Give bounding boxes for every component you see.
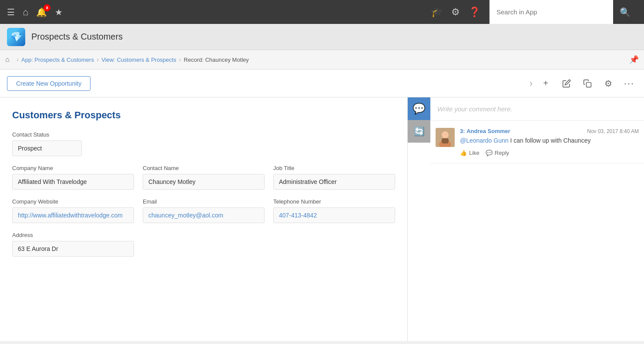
edit-button[interactable]: [559, 76, 574, 91]
company-name-field: Company Name Affiliated With Travelodge: [12, 165, 134, 190]
svg-point-2: [442, 131, 449, 138]
like-button[interactable]: 👍 Like: [460, 150, 480, 156]
company-name-label: Company Name: [12, 165, 134, 171]
breadcrumb-sep-3: ›: [179, 56, 181, 63]
job-title-value: Administrative Officer: [273, 174, 395, 190]
favorites-icon[interactable]: ★: [55, 7, 63, 17]
comment-author: 3: Andrea Sommer: [460, 128, 510, 134]
hamburger-icon[interactable]: ☰: [7, 7, 15, 17]
contact-status-value: Prospect: [12, 140, 82, 156]
avatar: [436, 128, 455, 147]
breadcrumb: ⌂ › App: Prospects & Customers › View: C…: [0, 50, 644, 70]
breadcrumb-app[interactable]: App: Prospects & Customers: [21, 57, 94, 63]
add-button[interactable]: +: [538, 76, 553, 91]
breadcrumb-record: Record: Chauncey Motley: [184, 57, 249, 63]
home-icon[interactable]: ⌂: [23, 7, 28, 18]
comment-body: 3: Andrea Sommer Nov 03, 2017 8:40 AM @L…: [460, 128, 639, 156]
breadcrumb-sep-2: ›: [97, 56, 99, 63]
contact-name-label: Contact Name: [143, 165, 265, 171]
row-company-contact-job: Company Name Affiliated With Travelodge …: [12, 165, 395, 190]
email-value[interactable]: chauncey_motley@aol.com: [143, 207, 265, 223]
company-name-value: Affiliated With Travelodge: [12, 174, 134, 190]
comment-history-tab[interactable]: 🔄: [408, 120, 430, 143]
comment-meta: 3: Andrea Sommer Nov 03, 2017 8:40 AM: [460, 128, 639, 134]
notification-badge: 8: [44, 4, 50, 11]
breadcrumb-sep-1: ›: [17, 56, 19, 63]
svg-rect-4: [442, 138, 449, 144]
search-bar: 🔍: [489, 0, 637, 24]
comment-mention: @Leonardo Gunn: [460, 137, 509, 144]
pin-icon[interactable]: 📌: [629, 55, 639, 64]
search-input[interactable]: [490, 0, 613, 24]
gear-button[interactable]: ⚙: [600, 76, 616, 91]
app-title: Prospects & Customers: [31, 32, 123, 42]
comment-chat-tab[interactable]: 💬: [408, 97, 430, 120]
row-address: Address 63 E Aurora Dr: [12, 232, 395, 257]
comment-main: Write your comment here.: [430, 97, 644, 341]
comment-input[interactable]: Write your comment here.: [430, 97, 644, 121]
help-icon[interactable]: ❓: [469, 7, 480, 18]
top-nav-right: 🎓 ⚙ ❓ 🔍: [431, 0, 637, 24]
comment-body-text: I can follow up with Chauncey: [509, 137, 591, 144]
like-icon: 👍: [460, 150, 467, 156]
telephone-field: Telephone Number 407-413-4842: [273, 198, 395, 223]
reply-icon: 💬: [486, 150, 493, 156]
comment-number: 3:: [460, 128, 465, 134]
like-label: Like: [469, 150, 480, 156]
job-title-label: Job Title: [273, 165, 395, 171]
section-title: Customers & Prospects: [12, 110, 395, 121]
notification-bell-wrap: 🔔 8: [36, 7, 47, 17]
contact-name-field: Contact Name Chauncey Motley: [143, 165, 265, 190]
comment-panel: 💬 🔄 Write your comment here.: [407, 97, 644, 341]
svg-rect-0: [587, 82, 591, 87]
settings-icon[interactable]: ⚙: [451, 7, 460, 18]
row-website-email-phone: Company Website http://www.affiliatedwit…: [12, 198, 395, 223]
avatar-image: [436, 128, 455, 147]
app-header: 💎 Prospects & Customers: [0, 24, 644, 50]
contact-name-value: Chauncey Motley: [143, 174, 265, 190]
company-website-value[interactable]: http://www.affiliatedwithtravelodge.com: [12, 207, 134, 223]
contact-status-field: Contact Status Prospect: [12, 131, 82, 156]
app-logo: 💎: [7, 28, 25, 46]
comment-tabs: 💬 🔄: [408, 97, 430, 341]
copy-button[interactable]: [580, 76, 595, 91]
telephone-value[interactable]: 407-413-4842: [273, 207, 395, 223]
address-value: 63 E Aurora Dr: [12, 241, 134, 257]
email-field: Email chauncey_motley@aol.com: [143, 198, 265, 223]
breadcrumb-home-icon[interactable]: ⌂: [5, 56, 10, 63]
contact-status-label: Contact Status: [12, 131, 82, 138]
breadcrumb-view[interactable]: View: Customers & Prospects: [101, 57, 176, 63]
form-panel: Customers & Prospects Contact Status Pro…: [0, 97, 407, 341]
create-new-opportunity-button[interactable]: Create New Opportunity: [7, 76, 91, 91]
reply-label: Reply: [495, 150, 509, 156]
email-label: Email: [143, 198, 265, 205]
comment-timestamp: Nov 03, 2017 8:40 AM: [587, 128, 639, 134]
job-title-field: Job Title Administrative Officer: [273, 165, 395, 190]
top-navigation: ☰ ⌂ 🔔 8 ★ 🎓 ⚙ ❓ 🔍: [0, 0, 644, 24]
comment-text: @Leonardo Gunn I can follow up with Chau…: [460, 136, 639, 145]
comment-actions: 👍 Like 💬 Reply: [460, 150, 639, 156]
address-label: Address: [12, 232, 134, 238]
company-website-label: Company Website: [12, 198, 134, 205]
address-field: Address 63 E Aurora Dr: [12, 232, 134, 257]
graduation-icon[interactable]: 🎓: [431, 7, 443, 18]
comment-author-name: Andrea Sommer: [466, 128, 510, 134]
reply-button[interactable]: 💬 Reply: [486, 150, 509, 156]
more-options-button[interactable]: ···: [621, 76, 637, 91]
main-content: Customers & Prospects Contact Status Pro…: [0, 97, 644, 341]
company-website-field: Company Website http://www.affiliatedwit…: [12, 198, 134, 223]
telephone-label: Telephone Number: [273, 198, 395, 205]
navigation-arrow[interactable]: ›: [530, 78, 533, 89]
action-bar: Create New Opportunity › + ⚙ ···: [0, 70, 644, 97]
search-button[interactable]: 🔍: [613, 0, 637, 24]
comment-entry: 3: Andrea Sommer Nov 03, 2017 8:40 AM @L…: [430, 121, 644, 164]
